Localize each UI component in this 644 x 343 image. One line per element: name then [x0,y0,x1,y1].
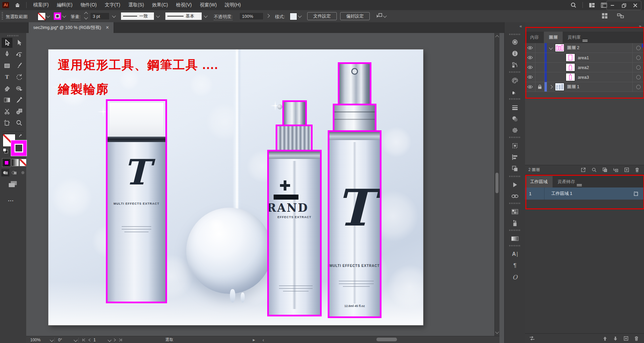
layer-thumbnail[interactable] [555,83,564,91]
expand-status-icon[interactable]: ▶ [253,338,255,342]
next-artboard-icon[interactable] [114,338,116,342]
tab-layers[interactable]: 圖層 [544,32,563,43]
lock-toggle[interactable] [535,63,545,72]
menu-item-window[interactable]: 視窗(W) [196,0,221,10]
direct-selection-tool[interactable] [14,38,25,48]
shape-builder-tool[interactable] [14,106,25,116]
last-artboard-icon[interactable] [119,338,122,342]
artboard-number-select[interactable]: 1 [93,338,111,342]
brush-definition-select[interactable]: 基本 [165,12,202,20]
draw-behind-mode[interactable] [10,169,18,176]
delete-layer-icon[interactable] [635,167,639,172]
brush-dropdown-icon[interactable] [204,14,207,18]
draw-inside-mode[interactable] [19,169,27,176]
pen-tool[interactable] [2,49,12,59]
strip-gripper[interactable] [509,71,521,73]
stroke-weight-stepper[interactable] [85,12,87,19]
width-profile-select[interactable]: 一致 [121,12,154,20]
restore-button[interactable] [618,3,630,8]
color-guide-panel-icon[interactable] [510,87,520,97]
transparency-panel-icon[interactable] [510,114,520,124]
collapse-panels-icon[interactable]: » [639,24,641,29]
paragraph-panel-icon[interactable]: ¶ [510,261,520,271]
default-fill-stroke-icon[interactable] [3,148,8,155]
artboard-row[interactable]: 1 工作區域 1 [525,187,644,200]
stroke-weight-dropdown-icon[interactable] [112,14,116,18]
gradient-tool[interactable] [2,95,12,105]
visibility-toggle[interactable] [525,63,535,72]
target-icon[interactable] [632,82,644,92]
width-profile-dropdown-icon[interactable] [156,14,160,18]
canvas-area[interactable]: 運用矩形工具、鋼筆工具 .... 繪製輪廓 T MULTI EFFECTS EX… [26,33,499,336]
first-artboard-icon[interactable] [82,338,85,342]
strip-gripper[interactable] [509,230,521,231]
control-bar-gripper[interactable] [2,12,3,20]
lock-icon[interactable] [535,82,545,92]
artboard-tool[interactable] [2,118,12,128]
new-layer-icon[interactable] [624,167,629,172]
document-setup-button[interactable]: 文件設定 [307,12,337,20]
status-indicator[interactable]: 選取 [126,337,213,343]
bottle-middle-outline[interactable]: RAND EFFECTS EXTRACT [267,100,322,316]
close-tab-icon[interactable]: × [106,25,109,31]
layer-name[interactable]: 圖層 2 [564,45,632,51]
layer-name[interactable]: area1 [575,55,632,60]
color-mode-button[interactable] [2,158,11,167]
layer-row-area3[interactable]: area3 [525,72,644,82]
move-down-icon[interactable] [613,336,618,341]
tab-artboards[interactable]: 工作區域 [525,176,553,187]
layer-thumbnail[interactable] [566,64,575,71]
layer-thumbnail[interactable] [566,54,575,61]
scissors-tool[interactable] [2,106,12,116]
vertical-scrollbar[interactable] [494,33,499,336]
fill-color-swatch[interactable] [38,12,46,21]
layer-thumbnail[interactable] [555,44,564,52]
strip-gripper[interactable] [509,34,521,35]
tools-panel-gripper[interactable] [7,35,19,36]
stroke-dropdown-icon[interactable] [62,14,66,18]
rotate-tool[interactable] [14,72,25,82]
visibility-toggle[interactable] [525,82,535,92]
stroke-weight-label[interactable]: 筆畫: [71,14,81,20]
menu-item-select[interactable]: 選取(S) [124,0,148,10]
rectangle-tool[interactable] [2,61,12,71]
opacity-value[interactable]: 100% [239,12,264,20]
opentype-panel-icon[interactable]: O [510,272,520,282]
style-dropdown-icon[interactable] [298,14,301,18]
info-panel-icon[interactable] [510,48,520,59]
swatches-panel-icon[interactable] [510,207,520,217]
draw-normal-mode[interactable] [1,169,9,176]
menu-item-effect[interactable]: 效果(C) [148,0,172,10]
artboard-page-icon[interactable] [633,191,644,196]
new-artboard-icon[interactable] [623,336,629,341]
fill-dropdown-icon[interactable] [46,14,50,18]
curvature-tool[interactable] [14,49,25,59]
layer-row-area1[interactable]: area1 [525,53,644,63]
artboards-panel-icon[interactable] [510,141,520,151]
home-icon[interactable] [11,2,24,8]
opacity-label[interactable]: 不透明度: [214,14,233,20]
bottle-left-outline[interactable]: T MULTI EFFECTS EXTRACT [106,99,167,303]
paintbrush-tool[interactable] [14,61,25,71]
layer-row-area2[interactable]: area2 [525,63,644,72]
links-panel-icon[interactable] [510,191,520,201]
delete-artboard-icon[interactable] [634,336,639,341]
menu-item-file[interactable]: 檔案(F) [29,0,53,10]
grid-view-icon[interactable] [602,13,608,19]
eyedropper-tool[interactable] [14,95,25,105]
horizontal-scroll-thumb[interactable] [376,338,397,341]
layer-name[interactable]: area2 [575,65,632,70]
stroke-proxy-swatch[interactable] [11,140,27,156]
layer-name[interactable]: area3 [575,75,632,80]
strip-gripper[interactable] [509,203,521,204]
zoom-tool[interactable] [14,118,25,128]
stroke-panel-icon[interactable] [510,102,520,112]
shaper-tool[interactable] [14,83,25,94]
strip-gripper[interactable] [509,137,521,138]
swap-fill-stroke-icon[interactable] [19,134,24,139]
gradient-panel-icon[interactable] [510,234,520,244]
preferences-button[interactable]: 偏好設定 [340,12,370,20]
document-arrangement-icon[interactable] [617,13,624,19]
actions-panel-icon[interactable] [510,180,520,190]
type-tool[interactable]: T [2,72,12,82]
